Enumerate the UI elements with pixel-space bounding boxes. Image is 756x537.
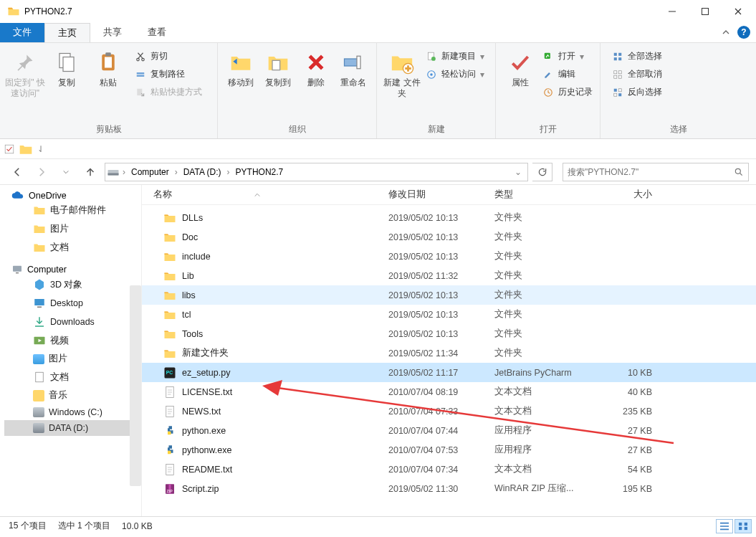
svg-text:PC: PC [166, 370, 173, 375]
sidebar-ddrive[interactable]: DATA (D:) [4, 420, 141, 436]
select-all-button[interactable]: 全部选择 [609, 49, 665, 64]
sidebar-pictures[interactable]: 图片 [4, 219, 141, 238]
history-button[interactable]: 历史记录 [540, 85, 595, 100]
file-name: Tools [182, 329, 203, 339]
open-button[interactable]: 打开▾ [540, 49, 595, 64]
folder-icon [7, 5, 20, 18]
maximize-button[interactable] [689, 1, 722, 22]
svg-rect-52 [745, 522, 747, 525]
copy-button[interactable]: 复制 [46, 46, 87, 88]
new-item-button[interactable]: 新建项目▾ [423, 49, 487, 64]
sidebar-pictures2[interactable]: 图片 [4, 350, 141, 368]
file-row[interactable]: python.exe2010/07/04 07:44应用程序27 KB [142, 421, 756, 440]
file-name: include [182, 252, 211, 262]
sidebar-onedrive[interactable]: OneDrive [4, 191, 141, 201]
sidebar-docs2[interactable]: 文档 [4, 368, 141, 386]
pin-button[interactable]: 固定到" 快速访问" [4, 46, 46, 99]
file-row[interactable]: ZIPScript.zip2019/05/02 11:30WinRAR ZIP … [142, 479, 756, 498]
file-size: 27 KB [602, 445, 659, 455]
svg-text:ZIP: ZIP [167, 488, 173, 493]
chevron-up-icon[interactable] [722, 28, 730, 37]
crumb-folder[interactable]: PYTHON2.7 [233, 167, 287, 177]
cut-button[interactable]: 剪切 [132, 49, 205, 64]
forward-button[interactable] [32, 162, 52, 182]
file-row[interactable]: include2019/05/02 10:13文件夹 [142, 247, 756, 266]
tab-share[interactable]: 共享 [90, 23, 135, 42]
address-dropdown-icon[interactable]: ⌄ [510, 167, 526, 177]
sidebar-3d[interactable]: 3D 对象 [4, 275, 141, 294]
file-row[interactable]: Tools2019/05/02 10:13文件夹 [142, 324, 756, 343]
file-row[interactable]: README.txt2010/07/04 07:34文本文档54 KB [142, 460, 756, 479]
file-type: 文件夹 [494, 347, 602, 359]
checkbox-icon[interactable] [4, 144, 14, 154]
address-bar[interactable]: › Computer › DATA (D:) › PYTHON2.7 ⌄ [105, 163, 528, 181]
svg-point-18 [430, 73, 433, 76]
paste-button[interactable]: 粘贴 [87, 46, 129, 88]
sidebar-music[interactable]: 音乐 [4, 386, 141, 404]
recent-dropdown[interactable] [56, 162, 76, 182]
properties-button[interactable]: 属性 [500, 46, 540, 88]
tab-home[interactable]: 主页 [44, 23, 90, 42]
up-button[interactable] [80, 162, 100, 182]
paste-shortcut-button[interactable]: 粘贴快捷方式 [132, 85, 205, 100]
select-none-button[interactable]: 全部取消 [609, 67, 665, 82]
svg-rect-13 [357, 56, 360, 69]
column-headers[interactable]: 名称 修改日期 类型 大小 [142, 185, 756, 205]
sidebar-scrollbar[interactable] [130, 285, 141, 486]
new-folder-button[interactable]: 新建 文件夹 [381, 46, 423, 99]
file-date: 2010/07/04 08:19 [388, 387, 494, 397]
svg-rect-39 [34, 299, 44, 305]
sidebar-videos[interactable]: 视频 [4, 331, 141, 350]
col-date[interactable]: 修改日期 [388, 189, 494, 201]
file-date: 2010/07/04 07:34 [388, 465, 494, 475]
tab-file[interactable]: 文件 [0, 23, 44, 42]
view-details-button[interactable] [716, 519, 733, 533]
file-row[interactable]: pythonw.exe2010/07/04 07:53应用程序27 KB [142, 440, 756, 460]
qat-overflow-icon[interactable]: ⇃ [37, 144, 44, 154]
rename-button[interactable]: 重命名 [335, 46, 372, 88]
edit-button[interactable]: 编辑 [540, 67, 595, 82]
sidebar-email[interactable]: 电子邮件附件 [4, 201, 141, 219]
sidebar-computer[interactable]: Computer [4, 264, 141, 275]
file-row[interactable]: 新建文件夹2019/05/02 11:34文件夹 [142, 343, 756, 363]
minimize-button[interactable] [656, 1, 689, 22]
file-row[interactable]: Doc2019/05/02 10:13文件夹 [142, 227, 756, 247]
crumb-drive[interactable]: DATA (D:) [181, 167, 224, 177]
easy-access-button[interactable]: 轻松访问▾ [423, 67, 487, 82]
file-row[interactable]: Lib2019/05/02 11:32文件夹 [142, 266, 756, 285]
search-box[interactable] [563, 163, 749, 181]
move-to-button[interactable]: 移动到 [222, 46, 259, 88]
sidebar-cdrive[interactable]: Windows (C:) [4, 404, 141, 420]
file-row[interactable]: libs2019/05/02 10:13文件夹 [142, 285, 756, 305]
file-type: 应用程序 [494, 444, 602, 456]
file-date: 2010/07/04 07:53 [388, 445, 494, 455]
col-size[interactable]: 大小 [602, 189, 659, 201]
file-row[interactable]: LICENSE.txt2010/07/04 08:19文本文档40 KB [142, 382, 756, 401]
copy-to-button[interactable]: 复制到 [259, 46, 297, 88]
file-name: ez_setup.py [182, 368, 230, 378]
sidebar-docs[interactable]: 文档 [4, 238, 141, 257]
sidebar-desktop[interactable]: Desktop [4, 294, 141, 313]
quick-access-toolbar: ⇃ [0, 139, 756, 159]
col-name[interactable]: 名称 [153, 189, 172, 201]
help-button[interactable]: ? [737, 26, 750, 39]
back-button[interactable] [7, 162, 27, 182]
folder-icon[interactable] [19, 142, 33, 156]
crumb-computer[interactable]: Computer [128, 167, 172, 177]
file-row[interactable]: NEWS.txt2010/07/04 07:33文本文档235 KB [142, 401, 756, 421]
search-input[interactable] [568, 167, 729, 177]
svg-rect-28 [618, 75, 621, 78]
refresh-button[interactable] [532, 163, 552, 181]
tab-view[interactable]: 查看 [135, 23, 179, 42]
file-row[interactable]: DLLs2019/05/02 10:13文件夹 [142, 208, 756, 227]
copy-path-button[interactable]: 复制路径 [132, 67, 205, 82]
invert-selection-button[interactable]: 反向选择 [609, 85, 665, 100]
file-date: 2019/05/02 11:17 [388, 368, 494, 378]
col-type[interactable]: 类型 [494, 189, 602, 201]
close-button[interactable] [722, 1, 755, 22]
file-row[interactable]: PCez_setup.py2019/05/02 11:17JetBrains P… [142, 363, 756, 382]
delete-button[interactable]: 删除 [297, 46, 335, 88]
sidebar-downloads[interactable]: Downloads [4, 313, 141, 331]
file-row[interactable]: tcl2019/05/02 10:13文件夹 [142, 305, 756, 324]
view-icons-button[interactable] [735, 519, 752, 533]
